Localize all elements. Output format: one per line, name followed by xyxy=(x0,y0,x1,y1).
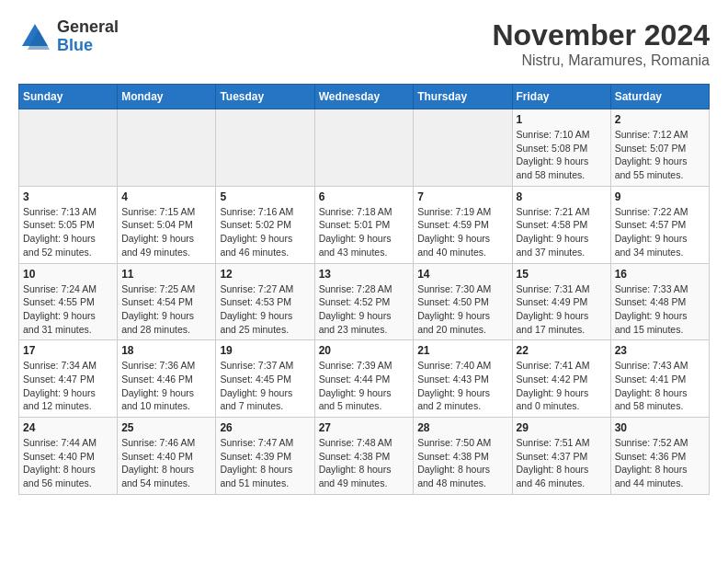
day-number: 1 xyxy=(517,113,607,126)
day-number: 18 xyxy=(121,344,211,357)
calendar-cell: 24Sunrise: 7:44 AM Sunset: 4:40 PM Dayli… xyxy=(19,418,118,495)
calendar-week-4: 17Sunrise: 7:34 AM Sunset: 4:47 PM Dayli… xyxy=(19,340,710,418)
calendar-cell: 4Sunrise: 7:15 AM Sunset: 5:04 PM Daylig… xyxy=(118,186,216,263)
day-info: Sunrise: 7:43 AM Sunset: 4:41 PM Dayligh… xyxy=(615,359,705,413)
day-info: Sunrise: 7:37 AM Sunset: 4:45 PM Dayligh… xyxy=(220,359,310,413)
calendar-cell: 28Sunrise: 7:50 AM Sunset: 4:38 PM Dayli… xyxy=(414,418,512,495)
calendar-header: SundayMondayTuesdayWednesdayThursdayFrid… xyxy=(19,85,710,109)
day-info: Sunrise: 7:39 AM Sunset: 4:44 PM Dayligh… xyxy=(319,359,410,413)
calendar-cell: 10Sunrise: 7:24 AM Sunset: 4:55 PM Dayli… xyxy=(19,263,118,340)
calendar-cell: 6Sunrise: 7:18 AM Sunset: 5:01 PM Daylig… xyxy=(314,186,414,263)
day-info: Sunrise: 7:24 AM Sunset: 4:55 PM Dayligh… xyxy=(23,282,113,337)
calendar-cell: 19Sunrise: 7:37 AM Sunset: 4:45 PM Dayli… xyxy=(216,340,314,418)
day-info: Sunrise: 7:25 AM Sunset: 4:54 PM Dayligh… xyxy=(121,282,211,337)
calendar-cell: 18Sunrise: 7:36 AM Sunset: 4:46 PM Dayli… xyxy=(118,340,216,418)
day-number: 20 xyxy=(319,344,410,357)
day-number: 26 xyxy=(220,421,310,434)
day-info: Sunrise: 7:47 AM Sunset: 4:39 PM Dayligh… xyxy=(220,436,310,490)
day-info: Sunrise: 7:34 AM Sunset: 4:47 PM Dayligh… xyxy=(23,359,113,413)
day-info: Sunrise: 7:36 AM Sunset: 4:46 PM Dayligh… xyxy=(121,359,211,413)
day-number: 2 xyxy=(615,113,705,126)
day-info: Sunrise: 7:12 AM Sunset: 5:07 PM Dayligh… xyxy=(615,128,705,182)
calendar-cell: 16Sunrise: 7:33 AM Sunset: 4:48 PM Dayli… xyxy=(610,263,709,340)
day-info: Sunrise: 7:28 AM Sunset: 4:52 PM Dayligh… xyxy=(319,282,410,337)
calendar-cell xyxy=(414,109,512,187)
day-number: 29 xyxy=(517,421,607,434)
day-info: Sunrise: 7:31 AM Sunset: 4:49 PM Dayligh… xyxy=(517,282,607,337)
day-info: Sunrise: 7:33 AM Sunset: 4:48 PM Dayligh… xyxy=(615,282,705,337)
day-number: 5 xyxy=(220,190,310,203)
day-number: 6 xyxy=(319,190,410,203)
day-info: Sunrise: 7:44 AM Sunset: 4:40 PM Dayligh… xyxy=(23,436,113,490)
header-thursday: Thursday xyxy=(414,85,512,109)
day-number: 9 xyxy=(615,190,705,203)
day-number: 27 xyxy=(319,421,410,434)
day-info: Sunrise: 7:22 AM Sunset: 4:57 PM Dayligh… xyxy=(615,205,705,259)
day-number: 10 xyxy=(23,268,113,281)
header-friday: Friday xyxy=(512,85,610,109)
day-number: 13 xyxy=(319,268,410,281)
calendar-cell: 8Sunrise: 7:21 AM Sunset: 4:58 PM Daylig… xyxy=(512,186,610,263)
calendar-cell: 27Sunrise: 7:48 AM Sunset: 4:38 PM Dayli… xyxy=(314,418,414,495)
calendar-cell: 25Sunrise: 7:46 AM Sunset: 4:40 PM Dayli… xyxy=(118,418,216,495)
calendar-cell: 14Sunrise: 7:30 AM Sunset: 4:50 PM Dayli… xyxy=(414,263,512,340)
header-wednesday: Wednesday xyxy=(314,85,414,109)
day-number: 23 xyxy=(615,344,705,357)
calendar-cell: 2Sunrise: 7:12 AM Sunset: 5:07 PM Daylig… xyxy=(610,109,709,187)
day-info: Sunrise: 7:52 AM Sunset: 4:36 PM Dayligh… xyxy=(615,436,705,490)
calendar-cell: 9Sunrise: 7:22 AM Sunset: 4:57 PM Daylig… xyxy=(610,186,709,263)
day-info: Sunrise: 7:18 AM Sunset: 5:01 PM Dayligh… xyxy=(319,205,410,259)
day-info: Sunrise: 7:10 AM Sunset: 5:08 PM Dayligh… xyxy=(517,128,607,182)
day-info: Sunrise: 7:16 AM Sunset: 5:02 PM Dayligh… xyxy=(220,205,310,259)
day-number: 3 xyxy=(23,190,113,203)
day-info: Sunrise: 7:46 AM Sunset: 4:40 PM Dayligh… xyxy=(121,436,211,490)
calendar-cell: 7Sunrise: 7:19 AM Sunset: 4:59 PM Daylig… xyxy=(414,186,512,263)
title-block: November 2024 Nistru, Maramures, Romania xyxy=(492,18,710,69)
calendar-cell: 11Sunrise: 7:25 AM Sunset: 4:54 PM Dayli… xyxy=(118,263,216,340)
calendar-cell: 22Sunrise: 7:41 AM Sunset: 4:42 PM Dayli… xyxy=(512,340,610,418)
calendar-cell: 21Sunrise: 7:40 AM Sunset: 4:43 PM Dayli… xyxy=(414,340,512,418)
calendar-cell: 17Sunrise: 7:34 AM Sunset: 4:47 PM Dayli… xyxy=(19,340,118,418)
day-info: Sunrise: 7:21 AM Sunset: 4:58 PM Dayligh… xyxy=(517,205,607,259)
calendar-cell xyxy=(314,109,414,187)
day-number: 28 xyxy=(417,421,507,434)
day-number: 7 xyxy=(417,190,507,203)
logo-icon xyxy=(18,20,51,53)
page-title: November 2024 xyxy=(492,18,710,52)
calendar-cell: 13Sunrise: 7:28 AM Sunset: 4:52 PM Dayli… xyxy=(314,263,414,340)
calendar-cell: 30Sunrise: 7:52 AM Sunset: 4:36 PM Dayli… xyxy=(610,418,709,495)
calendar-table: SundayMondayTuesdayWednesdayThursdayFrid… xyxy=(18,84,710,495)
logo: General Blue xyxy=(18,18,119,55)
calendar-cell: 15Sunrise: 7:31 AM Sunset: 4:49 PM Dayli… xyxy=(512,263,610,340)
day-number: 22 xyxy=(517,344,607,357)
day-info: Sunrise: 7:27 AM Sunset: 4:53 PM Dayligh… xyxy=(220,282,310,337)
day-number: 15 xyxy=(517,268,607,281)
header-sunday: Sunday xyxy=(19,85,118,109)
day-number: 24 xyxy=(23,421,113,434)
calendar-cell: 23Sunrise: 7:43 AM Sunset: 4:41 PM Dayli… xyxy=(610,340,709,418)
day-info: Sunrise: 7:30 AM Sunset: 4:50 PM Dayligh… xyxy=(417,282,507,337)
day-info: Sunrise: 7:13 AM Sunset: 5:05 PM Dayligh… xyxy=(23,205,113,259)
page-header: General Blue November 2024 Nistru, Maram… xyxy=(18,18,710,69)
calendar-cell: 12Sunrise: 7:27 AM Sunset: 4:53 PM Dayli… xyxy=(216,263,314,340)
calendar-cell xyxy=(19,109,118,187)
day-info: Sunrise: 7:51 AM Sunset: 4:37 PM Dayligh… xyxy=(517,436,607,490)
calendar-cell: 20Sunrise: 7:39 AM Sunset: 4:44 PM Dayli… xyxy=(314,340,414,418)
day-number: 8 xyxy=(517,190,607,203)
day-number: 30 xyxy=(615,421,705,434)
day-info: Sunrise: 7:40 AM Sunset: 4:43 PM Dayligh… xyxy=(417,359,507,413)
calendar-cell xyxy=(118,109,216,187)
calendar-cell: 1Sunrise: 7:10 AM Sunset: 5:08 PM Daylig… xyxy=(512,109,610,187)
day-number: 17 xyxy=(23,344,113,357)
day-number: 14 xyxy=(417,268,507,281)
day-number: 25 xyxy=(121,421,211,434)
day-number: 19 xyxy=(220,344,310,357)
day-number: 4 xyxy=(121,190,211,203)
day-number: 16 xyxy=(615,268,705,281)
calendar-week-2: 3Sunrise: 7:13 AM Sunset: 5:05 PM Daylig… xyxy=(19,186,710,263)
day-number: 21 xyxy=(417,344,507,357)
calendar-cell: 29Sunrise: 7:51 AM Sunset: 4:37 PM Dayli… xyxy=(512,418,610,495)
calendar-week-5: 24Sunrise: 7:44 AM Sunset: 4:40 PM Dayli… xyxy=(19,418,710,495)
calendar-week-1: 1Sunrise: 7:10 AM Sunset: 5:08 PM Daylig… xyxy=(19,109,710,187)
calendar-week-3: 10Sunrise: 7:24 AM Sunset: 4:55 PM Dayli… xyxy=(19,263,710,340)
